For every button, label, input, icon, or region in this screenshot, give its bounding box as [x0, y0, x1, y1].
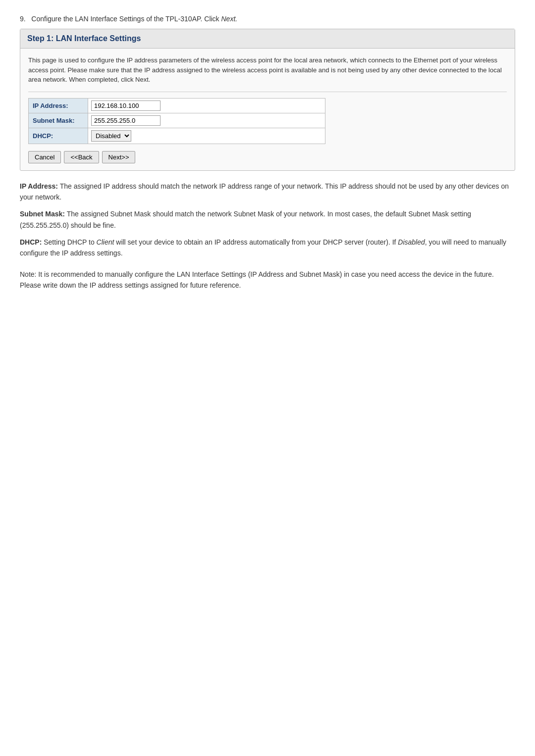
dhcp-explanation-italic-2: Disabled — [398, 238, 425, 246]
card-header: Step 1: LAN Interface Settings — [20, 29, 515, 49]
divider — [28, 92, 507, 92]
dhcp-explanation-text-1: Setting DHCP to — [42, 238, 96, 246]
card-title: Step 1: LAN Interface Settings — [27, 34, 508, 43]
subnet-label: Subnet Mask: — [29, 113, 88, 128]
subnet-explanation-text: The assigned Subnet Mask should match th… — [20, 210, 471, 229]
subnet-value-cell — [88, 113, 325, 128]
dhcp-explanation-bold: DHCP: — [20, 238, 42, 246]
dhcp-select[interactable]: Disabled Client — [91, 130, 131, 142]
ip-explanation-text: The assigned IP address should match the… — [20, 182, 509, 201]
note-text: Note: It is recommended to manually conf… — [20, 269, 515, 291]
next-button[interactable]: Next>> — [102, 151, 136, 163]
ip-explanation-bold: IP Address: — [20, 182, 58, 190]
lan-settings-card: Step 1: LAN Interface Settings This page… — [20, 29, 515, 171]
step-number: 9. Configure the LAN Interface Settings … — [20, 15, 515, 23]
step-instruction-text: Configure the LAN Interface Settings of … — [31, 15, 221, 23]
dhcp-explanation-italic-1: Client — [97, 238, 114, 246]
ip-label: IP Address: — [29, 98, 88, 113]
subnet-row: Subnet Mask: — [29, 113, 325, 128]
dhcp-value-cell: Disabled Client — [88, 128, 325, 144]
dhcp-row: DHCP: Disabled Client — [29, 128, 325, 144]
ip-explanation: IP Address: The assigned IP address shou… — [20, 181, 515, 203]
card-body: This page is used to configure the IP ad… — [20, 49, 515, 170]
subnet-explanation: Subnet Mask: The assigned Subnet Mask sh… — [20, 208, 515, 231]
ip-row: IP Address: — [29, 98, 325, 113]
step-number-text: 9. — [20, 15, 26, 23]
step-instruction-link: Next. — [221, 15, 238, 23]
dhcp-explanation-text-2: will set your device to obtain an IP add… — [114, 238, 398, 246]
form-table: IP Address: Subnet Mask: DHCP: Disabled … — [28, 98, 325, 144]
button-row: Cancel <<Back Next>> — [28, 151, 507, 163]
subnet-explanation-bold: Subnet Mask: — [20, 210, 65, 218]
back-button[interactable]: <<Back — [64, 151, 99, 163]
description-text: This page is used to configure the IP ad… — [28, 55, 507, 85]
ip-value-cell — [88, 98, 325, 113]
cancel-button[interactable]: Cancel — [28, 151, 61, 163]
dhcp-label: DHCP: — [29, 128, 88, 144]
dhcp-explanation: DHCP: Setting DHCP to Client will set yo… — [20, 237, 515, 259]
subnet-input[interactable] — [91, 115, 160, 126]
ip-input[interactable] — [91, 101, 160, 111]
